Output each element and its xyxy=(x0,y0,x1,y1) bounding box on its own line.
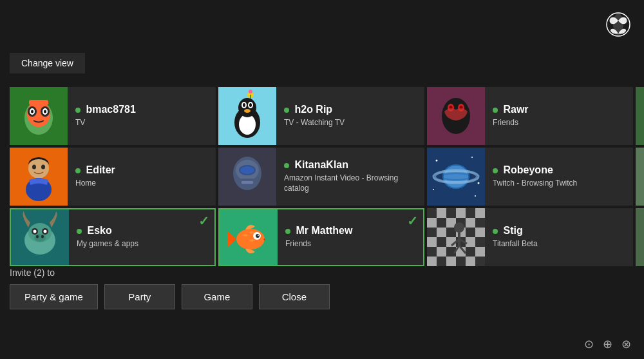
friend-status-mrmatthew: Friends xyxy=(285,239,415,249)
friend-card-mrmatthew[interactable]: Mr Matthew Friends ✓ xyxy=(218,208,424,266)
svg-rect-82 xyxy=(437,228,446,237)
svg-rect-76 xyxy=(437,218,446,228)
svg-point-105 xyxy=(454,222,464,233)
avatar-editer xyxy=(10,148,68,206)
svg-rect-93 xyxy=(427,247,437,257)
friend-info-kitanaklan: KitanaKlan Amazon Instant Video - Browsi… xyxy=(276,154,424,199)
friend-info-stig: Stig Titanfall Beta xyxy=(485,220,633,255)
avatar-esko xyxy=(11,208,69,266)
bottom-icon-2: ⊕ xyxy=(603,337,612,351)
svg-point-62 xyxy=(41,235,44,238)
party-game-button[interactable]: Party & game xyxy=(10,284,98,309)
svg-point-34 xyxy=(32,165,36,170)
svg-rect-74 xyxy=(475,208,485,218)
game-button[interactable]: Game xyxy=(182,284,252,309)
checkmark-esko: ✓ xyxy=(198,213,209,229)
friend-info-mrmatthew: Mr Matthew Friends xyxy=(278,220,423,255)
bottom-bar: ⊙ ⊕ ⊗ xyxy=(584,337,631,351)
friend-card-kitanaklan[interactable]: KitanaKlan Amazon Instant Video - Browsi… xyxy=(218,148,424,206)
bottom-icon-3: ⊗ xyxy=(621,337,631,351)
avatar-stig xyxy=(427,208,485,266)
svg-point-40 xyxy=(240,166,254,174)
svg-rect-98 xyxy=(475,247,485,257)
svg-rect-86 xyxy=(475,228,485,237)
svg-point-49 xyxy=(471,157,473,158)
svg-point-15 xyxy=(238,98,256,117)
svg-rect-91 xyxy=(466,237,475,247)
friend-status-stig: Titanfall Beta xyxy=(493,239,625,249)
svg-point-20 xyxy=(244,109,251,113)
svg-rect-85 xyxy=(466,228,475,237)
friend-info-editer: Editer Home xyxy=(68,159,216,194)
svg-point-66 xyxy=(256,234,260,238)
friend-name-esko: Esko xyxy=(77,225,207,237)
friend-card-rawr[interactable]: Rawr Friends xyxy=(427,87,633,145)
invite-label: Invite (2) to xyxy=(10,267,330,278)
avatar-rawr xyxy=(427,87,485,145)
close-button[interactable]: Close xyxy=(259,284,330,309)
friends-grid: bmac8781 TV xyxy=(10,87,644,266)
friend-card-editer[interactable]: Editer Home xyxy=(10,148,216,206)
svg-point-9 xyxy=(31,110,33,113)
svg-point-51 xyxy=(433,189,434,190)
avatar-mrmatthew xyxy=(220,208,278,266)
friend-status-robeyone: Twitch - Browsing Twitch xyxy=(493,179,625,189)
svg-point-18 xyxy=(243,103,245,107)
svg-point-35 xyxy=(41,165,45,170)
friend-status-h2orip: TV - Watching TV xyxy=(284,118,417,128)
svg-rect-80 xyxy=(475,218,485,228)
invite-section: Invite (2) to Party & game Party Game Cl… xyxy=(10,267,330,309)
avatar-bmac8781 xyxy=(10,87,68,145)
friend-info-rawr: Rawr Friends xyxy=(485,99,633,133)
svg-rect-79 xyxy=(466,218,475,228)
svg-point-19 xyxy=(249,103,252,107)
svg-rect-102 xyxy=(456,257,466,266)
svg-rect-81 xyxy=(427,228,437,237)
svg-rect-104 xyxy=(475,257,485,266)
friend-status-kitanaklan: Amazon Instant Video - Browsing catalog xyxy=(284,173,417,193)
svg-rect-87 xyxy=(427,237,437,247)
online-dot-bmac8781 xyxy=(75,108,80,113)
svg-point-48 xyxy=(436,160,438,162)
friend-info-bmac8781: bmac8781 TV xyxy=(68,99,216,133)
svg-point-22 xyxy=(249,90,252,93)
party-button[interactable]: Party xyxy=(104,284,175,309)
friend-name-robeyone: Robeyone xyxy=(493,164,625,176)
svg-rect-94 xyxy=(437,247,446,257)
svg-point-60 xyxy=(34,234,46,242)
friend-name-rawr: Rawr xyxy=(493,104,625,115)
friend-card-robeyone[interactable]: Robeyone Twitch - Browsing Twitch xyxy=(427,148,633,206)
svg-point-52 xyxy=(475,195,476,197)
avatar-kitanaklan xyxy=(218,148,276,206)
xbox-logo xyxy=(605,12,631,37)
svg-rect-72 xyxy=(456,208,466,218)
svg-rect-11 xyxy=(29,100,48,105)
friend-card-bmac8781[interactable]: bmac8781 TV xyxy=(10,87,216,145)
friend-info-robeyone: Robeyone Twitch - Browsing Twitch xyxy=(485,159,633,194)
svg-rect-71 xyxy=(446,208,456,218)
change-view-button[interactable]: Change view xyxy=(10,53,85,73)
svg-point-10 xyxy=(44,110,46,113)
svg-rect-100 xyxy=(437,257,446,266)
avatar-h2orip xyxy=(218,87,276,145)
friend-status-esko: My games & apps xyxy=(77,239,207,249)
friend-name-kitanaklan: KitanaKlan xyxy=(284,159,417,171)
friend-info-esko: Esko My games & apps xyxy=(69,220,214,255)
bottom-icon-1: ⊙ xyxy=(584,337,594,351)
partial-col-row2 xyxy=(636,208,644,266)
friend-name-editer: Editer xyxy=(75,164,208,176)
svg-rect-92 xyxy=(475,237,485,247)
svg-rect-103 xyxy=(466,257,475,266)
svg-rect-99 xyxy=(427,257,437,266)
friend-status-bmac8781: TV xyxy=(75,118,208,128)
partial-col-row1 xyxy=(636,148,644,206)
friend-status-editer: Home xyxy=(75,179,208,189)
friend-card-stig[interactable]: Stig Titanfall Beta xyxy=(427,208,633,266)
svg-rect-73 xyxy=(466,208,475,218)
friend-card-esko[interactable]: Esko My games & apps ✓ xyxy=(10,208,216,266)
invite-buttons: Party & game Party Game Close xyxy=(10,284,330,309)
avatar-robeyone xyxy=(427,148,485,206)
friend-card-h2orip[interactable]: h2o Rip TV - Watching TV xyxy=(218,87,424,145)
svg-rect-75 xyxy=(427,218,437,228)
svg-point-67 xyxy=(258,235,259,236)
